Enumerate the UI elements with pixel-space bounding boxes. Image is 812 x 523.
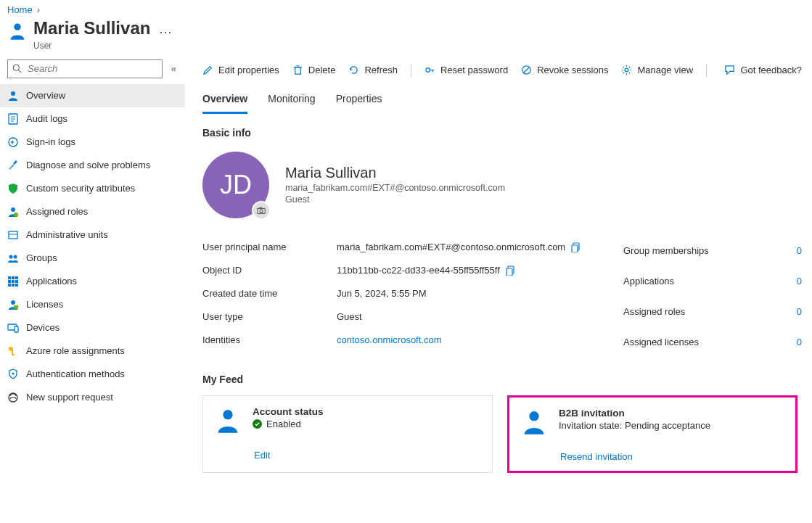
sidebar-item-assigned-roles[interactable]: Assigned roles [0,200,185,223]
resend-invitation-link[interactable]: Resend invitation [560,451,633,462]
block-icon [521,65,532,75]
sidebar-item-groups[interactable]: Groups [0,247,185,270]
key-icon [425,65,435,75]
svg-line-5 [19,70,22,73]
section-basic-info: Basic info [202,127,802,139]
svg-rect-18 [15,276,18,279]
toolbar-label: Delete [308,65,336,75]
svg-rect-24 [15,284,18,287]
more-actions-button[interactable]: ⋯ [159,24,173,40]
sidebar-item-overview[interactable]: Overview [0,84,185,107]
value-usertype: Guest [337,311,362,322]
sidebar-item-label: Custom security attributes [26,183,135,194]
person-icon [7,90,19,102]
sidebar-item-support[interactable]: New support request [0,386,185,409]
label-usertype: User type [202,311,337,322]
gear-icon [621,65,632,75]
shield-icon [7,183,19,194]
svg-rect-21 [15,280,18,283]
link-group-memberships[interactable]: 0 [784,245,802,256]
separator [706,64,707,77]
key-icon [7,345,19,357]
sidebar-item-label: Groups [26,252,57,263]
sidebar: « Overview Audit logs Sign-in logs Diagn… [0,57,185,480]
card-account-status: Account status Enabled Edit [202,395,493,473]
svg-point-11 [14,213,18,217]
svg-line-40 [524,67,530,73]
roles-icon [7,206,19,218]
card-title: Account status [253,406,324,417]
reset-password-button[interactable]: Reset password [425,65,508,75]
revoke-sessions-button[interactable]: Revoke sessions [521,65,608,75]
search-input[interactable] [26,62,157,75]
svg-point-41 [626,68,629,72]
svg-point-43 [260,210,263,213]
tab-properties[interactable]: Properties [336,88,382,114]
svg-rect-20 [12,280,15,283]
chevron-right-icon: › [37,4,40,15]
link-applications[interactable]: 0 [784,276,802,287]
edit-link[interactable]: Edit [254,450,270,461]
toolbar-label: Revoke sessions [537,65,608,75]
search-box[interactable] [7,59,163,78]
link-assigned-licenses[interactable]: 0 [784,337,802,347]
pencil-icon [202,65,213,75]
search-icon [12,64,22,73]
sidebar-item-devices[interactable]: Devices [0,316,185,339]
sidebar-item-signin-logs[interactable]: Sign-in logs [0,131,185,154]
copy-upn-button[interactable] [571,242,581,252]
svg-rect-12 [9,231,17,239]
sidebar-item-label: Licenses [26,299,63,310]
auth-icon [7,368,19,380]
copy-objectid-button[interactable] [506,265,516,276]
sidebar-item-label: Applications [26,276,77,287]
link-assigned-roles[interactable]: 0 [784,306,802,317]
refresh-button[interactable]: Refresh [348,65,398,75]
sidebar-item-label: Sign-in logs [26,136,75,147]
edit-properties-button[interactable]: Edit properties [202,65,279,75]
sidebar-item-diagnose[interactable]: Diagnose and solve problems [0,154,185,177]
invitation-state: Invitation state: Pending acceptance [559,420,710,431]
svg-rect-16 [8,276,11,279]
sidebar-item-label: Assigned roles [26,206,88,217]
tab-monitoring[interactable]: Monitoring [268,88,315,114]
sidebar-item-label: Diagnose and solve problems [26,160,150,170]
sidebar-item-applications[interactable]: Applications [0,270,185,293]
trash-icon [292,65,303,75]
tab-overview[interactable]: Overview [202,88,247,114]
tabs: Overview Monitoring Properties [202,88,802,114]
breadcrumb: Home › [0,0,812,17]
value-objectid: 11bb11bb-cc22-dd33-ee44-55ff55ff55ff [337,265,500,276]
value-upn: maria_fabrikam.com#EXT#@contoso.onmicros… [337,242,565,252]
groups-icon [7,252,19,264]
page-header: Maria Sullivan User ⋯ [0,17,812,57]
toolbar-label: Refresh [364,65,398,75]
profile-name: Maria Sullivan [285,165,505,181]
svg-rect-17 [12,276,15,279]
manage-view-button[interactable]: Manage view [621,65,693,75]
collapse-sidebar-button[interactable]: « [168,60,179,77]
toolbar-label: Got feedback? [740,65,802,75]
delete-button[interactable]: Delete [292,65,336,75]
svg-point-31 [12,372,15,374]
label-objectid: Object ID [202,265,337,276]
main-content: Edit properties Delete Refresh Reset pas… [185,57,812,480]
sidebar-item-azure-roles[interactable]: Azure role assignments [0,339,185,363]
svg-point-15 [14,255,17,258]
svg-point-4 [13,65,19,71]
breadcrumb-home[interactable]: Home [7,4,33,15]
page-title: Maria Sullivan [33,18,150,39]
sidebar-item-audit-logs[interactable]: Audit logs [0,107,185,131]
sidebar-item-auth-methods[interactable]: Authentication methods [0,363,185,386]
avatar-container: JD [202,152,269,218]
sidebar-item-licenses[interactable]: Licenses [0,293,185,316]
status-text: Enabled [266,419,301,429]
link-identities[interactable]: contoso.onmicrosoft.com [337,334,442,345]
value-created: Jun 5, 2024, 5:55 PM [337,288,427,299]
svg-rect-22 [8,284,11,287]
change-photo-button[interactable] [252,201,271,220]
sidebar-item-custom-security[interactable]: Custom security attributes [0,177,185,200]
sidebar-item-admin-units[interactable]: Administrative units [0,223,185,247]
feedback-button[interactable]: Got feedback? [724,65,802,75]
label-group-memberships: Group memberships [623,245,784,256]
